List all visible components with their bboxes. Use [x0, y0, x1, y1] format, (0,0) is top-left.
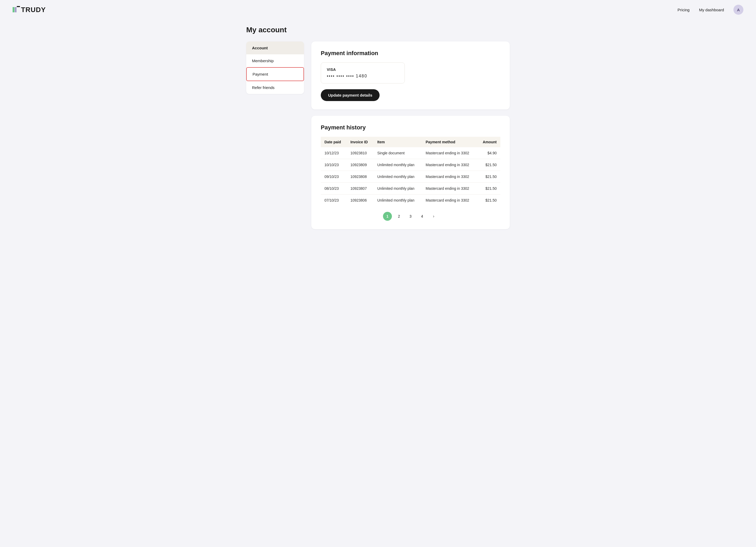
- page-title: My account: [246, 26, 510, 34]
- avatar[interactable]: A: [733, 5, 743, 15]
- cell-date: 10/10/23: [321, 159, 347, 171]
- pagination: 1 2 3 4 ›: [321, 212, 500, 221]
- cell-invoice: 10923810: [347, 147, 374, 159]
- cell-item: Unlimited monthly plan: [374, 183, 422, 194]
- cell-item: Unlimited monthly plan: [374, 194, 422, 206]
- dashboard-link[interactable]: My dashboard: [699, 8, 724, 12]
- cell-invoice: 10923806: [347, 194, 374, 206]
- table-row: 10/10/2310923809Unlimited monthly planMa…: [321, 159, 500, 171]
- cell-item: Unlimited monthly plan: [374, 171, 422, 183]
- sidebar-item-membership[interactable]: Membership: [246, 54, 304, 67]
- cell-method: Mastercard ending in 3302: [422, 194, 477, 206]
- payment-info-title: Payment information: [321, 50, 500, 57]
- cell-invoice: 10923807: [347, 183, 374, 194]
- nav: Pricing My dashboard A: [678, 5, 743, 15]
- sidebar: Account Membership Payment Refer friends: [246, 41, 304, 94]
- payment-history-table: Date paid Invoice ID Item Payment method…: [321, 137, 500, 206]
- col-date: Date paid: [321, 137, 347, 147]
- logo-text: TRUDY: [21, 6, 46, 14]
- col-item: Item: [374, 137, 422, 147]
- cell-date: 09/10/23: [321, 171, 347, 183]
- cell-date: 08/10/23: [321, 183, 347, 194]
- cell-date: 07/10/23: [321, 194, 347, 206]
- table-row: 08/10/2310923807Unlimited monthly planMa…: [321, 183, 500, 194]
- table-row: 09/10/2310923808Unlimited monthly planMa…: [321, 171, 500, 183]
- cell-invoice: 10923809: [347, 159, 374, 171]
- update-payment-button[interactable]: Update payment details: [321, 89, 380, 101]
- svg-rect-1: [15, 7, 17, 12]
- page-2-button[interactable]: 2: [395, 212, 403, 221]
- cell-method: Mastercard ending in 3302: [422, 171, 477, 183]
- logo[interactable]: TRUDY: [13, 6, 46, 14]
- cell-item: Unlimited monthly plan: [374, 159, 422, 171]
- cell-amount: $21.50: [477, 171, 500, 183]
- cell-amount: $4.90: [477, 147, 500, 159]
- table-row: 10/12/2310923810Single documentMastercar…: [321, 147, 500, 159]
- payment-history-card: Payment history Date paid Invoice ID Ite…: [311, 116, 510, 229]
- page-1-button[interactable]: 1: [383, 212, 392, 221]
- cell-amount: $21.50: [477, 183, 500, 194]
- page-container: My account Account Membership Payment Re…: [234, 19, 522, 242]
- cell-invoice: 10923808: [347, 171, 374, 183]
- page-4-button[interactable]: 4: [418, 212, 427, 221]
- main-content: Payment information VISA •••• •••• •••• …: [311, 41, 510, 229]
- svg-rect-0: [13, 7, 14, 12]
- visa-card: VISA •••• •••• •••• 1480: [321, 62, 405, 83]
- col-method: Payment method: [422, 137, 477, 147]
- cell-amount: $21.50: [477, 159, 500, 171]
- content-layout: Account Membership Payment Refer friends…: [246, 41, 510, 229]
- sidebar-item-payment[interactable]: Payment: [246, 67, 304, 81]
- col-amount: Amount: [477, 137, 500, 147]
- sidebar-item-refer-friends[interactable]: Refer friends: [246, 81, 304, 94]
- pricing-link[interactable]: Pricing: [678, 8, 690, 12]
- cell-date: 10/12/23: [321, 147, 347, 159]
- header: TRUDY Pricing My dashboard A: [0, 0, 756, 19]
- payment-history-title: Payment history: [321, 124, 500, 131]
- visa-brand: VISA: [327, 67, 399, 72]
- cell-amount: $21.50: [477, 194, 500, 206]
- page-3-button[interactable]: 3: [406, 212, 415, 221]
- cell-method: Mastercard ending in 3302: [422, 183, 477, 194]
- cell-method: Mastercard ending in 3302: [422, 159, 477, 171]
- visa-number: •••• •••• •••• 1480: [327, 74, 399, 78]
- svg-rect-2: [17, 6, 20, 7]
- sidebar-item-account[interactable]: Account: [246, 41, 304, 54]
- cell-method: Mastercard ending in 3302: [422, 147, 477, 159]
- table-header-row: Date paid Invoice ID Item Payment method…: [321, 137, 500, 147]
- page-next-button[interactable]: ›: [429, 212, 438, 221]
- col-invoice: Invoice ID: [347, 137, 374, 147]
- payment-info-card: Payment information VISA •••• •••• •••• …: [311, 41, 510, 109]
- table-row: 07/10/2310923806Unlimited monthly planMa…: [321, 194, 500, 206]
- cell-item: Single document: [374, 147, 422, 159]
